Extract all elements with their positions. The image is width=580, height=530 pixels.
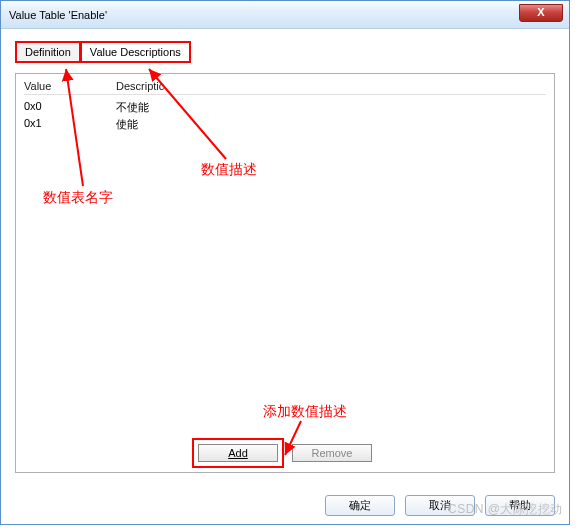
content-panel: Value Descriptic 0x0 不使能 0x1 使能 Add Remo… — [15, 73, 555, 473]
cell-desc: 使能 — [116, 117, 138, 132]
remove-button: Remove — [292, 444, 372, 462]
tab-label: Value Descriptions — [90, 46, 181, 58]
tab-definition[interactable]: Definition — [15, 41, 81, 63]
table-row[interactable]: 0x0 不使能 — [24, 99, 546, 116]
remove-button-label: Remove — [312, 447, 353, 459]
window-title: Value Table 'Enable' — [9, 9, 107, 21]
titlebar[interactable]: Value Table 'Enable' X — [1, 1, 569, 29]
cell-desc: 不使能 — [116, 100, 149, 115]
watermark: CSDN @大陈挖挖动 — [448, 501, 563, 518]
tab-row: Definition Value Descriptions — [15, 41, 555, 63]
panel-button-row: Add Remove — [16, 444, 554, 462]
close-button[interactable]: X — [519, 4, 563, 22]
tab-value-descriptions[interactable]: Value Descriptions — [80, 41, 191, 63]
cell-value: 0x1 — [24, 117, 116, 132]
table-row[interactable]: 0x1 使能 — [24, 116, 546, 133]
close-icon: X — [537, 6, 544, 18]
ok-button[interactable]: 确定 — [325, 495, 395, 516]
table-header: Value Descriptic — [24, 80, 546, 95]
add-button[interactable]: Add — [198, 444, 278, 462]
client-area: Definition Value Descriptions Value Desc… — [1, 29, 569, 524]
dialog-window: Value Table 'Enable' X Definition Value … — [0, 0, 570, 525]
cell-value: 0x0 — [24, 100, 116, 115]
tab-label: Definition — [25, 46, 71, 58]
add-button-label: Add — [228, 447, 248, 459]
column-header-value[interactable]: Value — [24, 80, 116, 92]
column-header-description[interactable]: Descriptic — [116, 80, 164, 92]
